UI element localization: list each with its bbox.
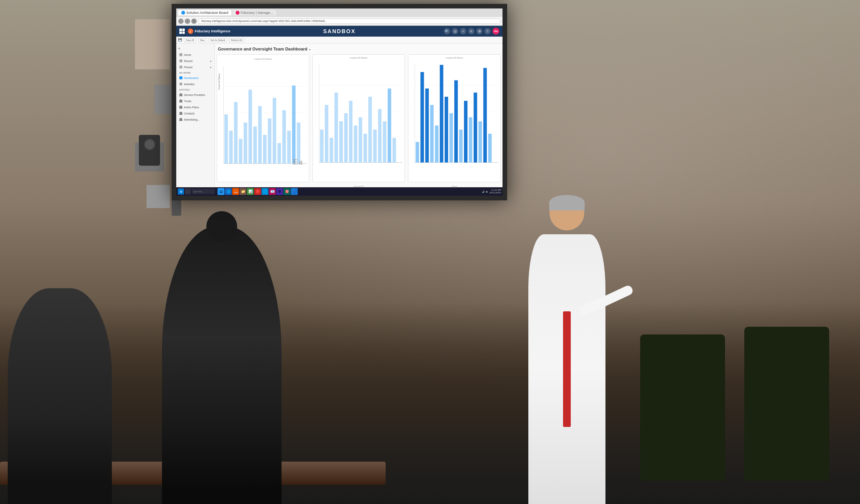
logo-icon: ƒ (188, 29, 193, 34)
search-icon[interactable]: 🔍 (444, 28, 450, 34)
taskbar-icon-10[interactable]: 🎯 (283, 188, 290, 195)
svg-rect-5 (224, 114, 228, 164)
start-button[interactable]: ⊞ (178, 188, 184, 195)
svg-rect-13 (263, 135, 266, 164)
pin-icon (179, 66, 182, 69)
dashboard-chevron[interactable]: ⌄ (309, 47, 311, 51)
service-providers-icon (179, 93, 182, 96)
pinned-label: Pinned (184, 66, 192, 69)
taskbar-icon-1[interactable]: 🗂 (218, 188, 224, 195)
user-avatar[interactable]: PH (492, 28, 499, 35)
apps-grid-icon[interactable] (179, 29, 185, 34)
svg-rect-6 (229, 131, 233, 163)
back-button[interactable]: ‹ (178, 18, 184, 24)
new-button[interactable]: New (198, 38, 207, 42)
ea-text-overlay: Ea (293, 157, 303, 167)
taskbar-icon-8[interactable]: 📧 (269, 188, 276, 195)
sidebar-item-activities[interactable]: Activities (176, 81, 214, 87)
chart-2: Lowest All Status (312, 54, 405, 182)
entities-section: Entities (176, 87, 214, 92)
clock-time: 11:10 AM (489, 189, 501, 192)
sidebar-item-contacts[interactable]: Contacts (176, 110, 214, 116)
advertising-icon (179, 118, 182, 121)
sidebar-item-dashboards[interactable]: Dashboards (176, 75, 214, 81)
projector-screen: Solution Architecture Board Fiduciary | … (172, 4, 507, 200)
svg-rect-48 (420, 72, 424, 163)
taskbar-search[interactable]: Type here... (192, 189, 215, 194)
forward-button[interactable]: › (185, 18, 190, 24)
fiduciary-logo: ƒ Fiduciary Intelligence (188, 29, 230, 34)
svg-rect-10 (248, 90, 252, 164)
taskbar-icon-6[interactable]: 🔴 (254, 188, 261, 195)
sidebar-item-action-plans[interactable]: Action Plans (176, 104, 214, 110)
chair-right-1 (744, 327, 829, 481)
home-icon (179, 53, 182, 56)
settings-icon[interactable]: ⚙ (476, 28, 482, 34)
svg-rect-28 (330, 138, 333, 163)
taskbar-search-text: Type here... (193, 190, 203, 193)
sidebar: ≡ Home Recent ▾ Pinned ▾ My Work Dashboa… (176, 44, 215, 187)
svg-rect-50 (430, 105, 433, 162)
clock-date: 18/11/2020 (489, 192, 501, 194)
svg-rect-55 (454, 80, 458, 162)
sidebar-toggle[interactable]: ≡ (176, 45, 214, 52)
save-all-button[interactable]: Save All (184, 38, 196, 42)
sidebar-item-trusts[interactable]: Trusts (176, 98, 214, 104)
bookmark-icon[interactable]: ◎ (452, 28, 458, 34)
url-text: fiduciary-intelligence-test.crm8.dynamic… (201, 20, 327, 22)
taskbar-icon-11[interactable]: 🔵 (291, 188, 298, 195)
chart-2-title: Lowest All Status (315, 57, 403, 59)
recent-icon (179, 59, 182, 62)
plus-icon[interactable]: + (460, 28, 466, 34)
camera-device (139, 135, 160, 166)
contacts-label: Contacts (184, 112, 195, 115)
svg-rect-8 (239, 139, 242, 164)
svg-rect-49 (425, 89, 429, 163)
toolbar-icon: 💾 (178, 38, 182, 42)
svg-rect-19 (292, 86, 295, 164)
svg-rect-41 (393, 138, 396, 163)
svg-rect-39 (383, 121, 386, 163)
filter-icon[interactable]: ≡ (468, 28, 474, 34)
recent-label: Recent (184, 60, 192, 62)
clock-display: 11:10 AM 18/11/2020 (489, 189, 501, 194)
tab-icon-1 (181, 11, 185, 15)
chart-2-svg (315, 60, 403, 183)
activities-icon (179, 82, 182, 86)
home-label: Home (184, 54, 191, 56)
taskbar-icon-2[interactable]: 🌐 (225, 188, 232, 195)
dashboard-title: Governance and Oversight Team Dashboard … (217, 45, 501, 52)
set-default-button[interactable]: Set As Default (209, 38, 227, 42)
svg-rect-29 (334, 92, 338, 162)
taskbar-icon-7[interactable]: 🌐 (261, 188, 268, 195)
sidebar-item-service-providers[interactable]: Service Providers (176, 92, 214, 98)
charts-container: Count All Status Lowest All Status (217, 54, 501, 182)
dashboard-area: Governance and Oversight Team Dashboard … (215, 44, 503, 187)
svg-rect-12 (258, 106, 261, 163)
chart-1-x-label: Assigned To (219, 186, 307, 187)
chart-3-x-label: Owner (410, 185, 498, 187)
action-plans-icon (179, 106, 182, 109)
browser-tab-inactive[interactable]: Fiduciary | Manage... (233, 10, 276, 15)
taskbar-icon-5[interactable]: 📊 (247, 188, 254, 195)
taskbar-icon-4[interactable]: 📁 (239, 188, 246, 195)
refresh-button[interactable]: ↻ (191, 18, 197, 24)
svg-rect-60 (479, 121, 482, 163)
activities-label: Activities (184, 83, 195, 86)
url-bar[interactable]: fiduciary-intelligence-test.crm8.dynamic… (198, 18, 501, 24)
chair-right-2 (640, 334, 725, 481)
search-button[interactable]: ○ (185, 188, 191, 195)
help-icon[interactable]: ? (484, 28, 491, 34)
sidebar-item-recent[interactable]: Recent ▾ (176, 58, 214, 64)
sidebar-item-home[interactable]: Home (176, 52, 214, 58)
taskbar-icon-9[interactable]: ⚙ (276, 188, 283, 195)
sidebar-item-advertising[interactable]: Advertising... (176, 116, 214, 123)
browser-tab-active[interactable]: Solution Architecture Board (178, 10, 231, 15)
tray-icons: 🔊 🖥 (482, 190, 488, 193)
refresh-all-button[interactable]: Refresh All (229, 38, 244, 42)
header-icons: 🔍 ◎ + ≡ ⚙ ? PH (444, 28, 499, 35)
taskbar-icon-3[interactable]: 🦊 (232, 188, 239, 195)
sidebar-item-pinned[interactable]: Pinned ▾ (176, 64, 214, 70)
svg-rect-35 (364, 134, 367, 163)
svg-rect-34 (359, 117, 362, 162)
